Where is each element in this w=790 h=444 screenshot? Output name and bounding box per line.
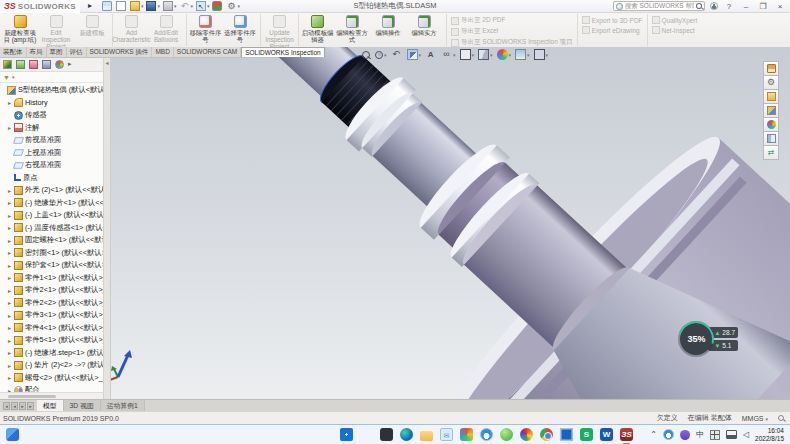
print-icon[interactable]: ▾ bbox=[163, 1, 177, 11]
input-language-indicator[interactable]: 中 bbox=[696, 428, 704, 441]
3d-views-tab[interactable]: 3D 视图 bbox=[64, 400, 101, 411]
help-button[interactable]: ? bbox=[723, 2, 735, 11]
file-explorer-icon[interactable] bbox=[420, 431, 433, 441]
tab-layout[interactable]: 布局 bbox=[27, 47, 47, 57]
tree-item[interactable]: ▸ (-) 绝缘堵.step<1> (默认<<默认> bbox=[0, 347, 103, 360]
tree-item[interactable]: ▸ (-) 绝缘垫片<1> (默认<<默认>_显 bbox=[0, 197, 103, 210]
units-selector[interactable]: MMGS ▾ bbox=[742, 415, 768, 422]
tree-item[interactable]: ▸ 零件2<1> (默认<<默认>_显示状态 bbox=[0, 284, 103, 297]
zoom-to-area-icon[interactable]: ▾ bbox=[375, 51, 387, 59]
tree-item[interactable]: ▸ (-) 温度传感器<1> (默认<<默认>_ bbox=[0, 222, 103, 235]
task-view-icon[interactable] bbox=[380, 428, 393, 441]
featuremanager-tab-icon[interactable] bbox=[3, 60, 12, 69]
widgets-icon[interactable] bbox=[6, 428, 19, 441]
close-button[interactable]: × bbox=[774, 2, 786, 11]
tree-item[interactable]: ▸ History bbox=[0, 97, 103, 110]
file-explorer-icon[interactable] bbox=[763, 89, 779, 104]
restore-button[interactable]: ❐ bbox=[757, 2, 769, 11]
tree-item[interactable]: ▸ 注解 bbox=[0, 122, 103, 135]
appearances-scenes-icon[interactable] bbox=[763, 117, 779, 132]
start-button-icon[interactable] bbox=[340, 428, 353, 441]
select-balloons-button[interactable]: 选择零件序号 bbox=[222, 14, 258, 46]
graphics-area[interactable]: ▾ ↶ ▾ A ∞ ▾ ▾ ▾ bbox=[104, 47, 790, 399]
edit-appearance-icon[interactable]: ▾ bbox=[497, 49, 512, 60]
network-icon[interactable] bbox=[726, 430, 737, 439]
solidworks-logo[interactable]: ЗS SOLIDWORKS bbox=[0, 0, 80, 13]
export-edrawing-item[interactable]: Export eDrawing bbox=[582, 26, 643, 34]
propertymanager-tab-icon[interactable] bbox=[16, 60, 25, 69]
sw-resources-icon[interactable] bbox=[763, 61, 779, 76]
tree-filter[interactable]: ▼ ▾ bbox=[0, 72, 103, 83]
volume-icon[interactable]: ◁ bbox=[743, 428, 749, 441]
export-inspection-project-item[interactable]: 导出至 SOLIDWORKS Inspection 项目 bbox=[451, 38, 573, 47]
photos-icon[interactable] bbox=[460, 428, 473, 441]
tree-item[interactable]: ▸ 零件3<1> (默认<<默认>_显示状态 bbox=[0, 309, 103, 322]
tree-item[interactable]: ▸ 密封圈<1> (默认<<默认>_显示状 bbox=[0, 247, 103, 260]
tab-scroll-buttons[interactable]: ◂◂▸▸ bbox=[0, 400, 37, 411]
tab-mbd[interactable]: MBD bbox=[152, 47, 173, 57]
new-document-icon[interactable] bbox=[116, 1, 127, 11]
tab-assembly[interactable]: 装配体 bbox=[0, 47, 27, 57]
security-shield-icon[interactable] bbox=[680, 430, 690, 440]
tree-item[interactable]: ▸ 外壳 (2)<1> (默认<<默认>_显示状 bbox=[0, 184, 103, 197]
tree-item[interactable]: ▸ 零件4<1> (默认<<默认>_显示状态 bbox=[0, 322, 103, 335]
previous-view-icon[interactable]: ↶ bbox=[391, 49, 403, 60]
tree-item[interactable]: ▸ 保护套<1> (默认<<默认>_显示状 bbox=[0, 259, 103, 272]
new-inspection-project-button[interactable]: 新建检查项目 (amp:纸) bbox=[2, 14, 38, 46]
view-settings-icon[interactable]: ▾ bbox=[534, 49, 549, 60]
tree-item[interactable]: ▸ (-) 垫片 (2)<2> ->? (默认<<默认> bbox=[0, 359, 103, 372]
edit-inspection-project-button[interactable]: Edit Inspection Project bbox=[38, 14, 74, 46]
tree-item[interactable]: 传感器 bbox=[0, 109, 103, 122]
tab-evaluate[interactable]: 评估 bbox=[67, 47, 87, 57]
login-user-icon[interactable] bbox=[710, 2, 718, 10]
view-orientation-icon[interactable]: ▾ bbox=[478, 49, 493, 60]
design-library-icon[interactable]: ⚙ bbox=[763, 75, 779, 90]
tree-item[interactable]: ▸ 零件2<2> (默认<<默认>_显示状态 bbox=[0, 297, 103, 310]
chrome-icon[interactable] bbox=[540, 428, 553, 441]
search-icon[interactable] bbox=[696, 3, 702, 9]
minimize-button[interactable]: – bbox=[740, 2, 752, 11]
open-icon[interactable]: ▾ bbox=[130, 1, 144, 11]
word-icon[interactable]: W bbox=[600, 428, 613, 441]
flyout-arrow-icon[interactable]: ▸ bbox=[88, 1, 99, 11]
green-browser-icon[interactable] bbox=[500, 428, 513, 441]
tree-item[interactable]: ▸ 零件1<1> (默认<<默认>_显示状态 bbox=[0, 272, 103, 285]
sw-forum-icon[interactable]: ⇄ bbox=[763, 145, 779, 160]
qualityxpert-item[interactable]: QualityXpert bbox=[652, 16, 698, 24]
edit-operations-button[interactable]: 编辑操作 bbox=[370, 14, 406, 46]
tab-sketch[interactable]: 草图 bbox=[47, 47, 67, 57]
tree-item[interactable]: 原点 bbox=[0, 172, 103, 185]
solidworks-app-icon[interactable]: ЗS bbox=[620, 428, 633, 441]
tab-sw-addins[interactable]: SOLIDWORKS 插件 bbox=[87, 47, 153, 57]
tree-item[interactable]: 右视基准面 bbox=[0, 159, 103, 172]
panel-horizontal-scrollbar[interactable] bbox=[0, 392, 103, 399]
tree-item[interactable]: ▸ 配合 bbox=[0, 384, 103, 392]
custom-properties-icon[interactable] bbox=[763, 131, 779, 146]
tree-root-assembly[interactable]: S型铂铑热电偶 (默认<默认_显示状态-1 bbox=[0, 84, 103, 97]
dimxpertmanager-tab-icon[interactable] bbox=[42, 60, 51, 69]
new-template-button[interactable]: 新建模板 bbox=[74, 14, 110, 46]
view-palette-icon[interactable] bbox=[763, 103, 779, 118]
zoom-to-fit-icon[interactable] bbox=[362, 51, 371, 59]
motion-study-tab[interactable]: 运动算例1 bbox=[101, 400, 145, 411]
configurationmanager-tab-icon[interactable] bbox=[29, 60, 38, 69]
taskbar-search-icon[interactable] bbox=[360, 428, 373, 441]
onedrive-icon[interactable] bbox=[663, 429, 674, 440]
rebuild-icon[interactable] bbox=[212, 1, 223, 11]
edit-specs-button[interactable]: 编辑实方 bbox=[406, 14, 442, 46]
tree-item[interactable]: 前视基准面 bbox=[0, 134, 103, 147]
tree-item[interactable]: 上视基准面 bbox=[0, 147, 103, 160]
hidden-icons-chevron[interactable]: ⌃ bbox=[650, 428, 657, 441]
panel-tabs-overflow-icon[interactable]: ▸ bbox=[68, 60, 77, 69]
tab-sw-inspection[interactable]: SOLIDWORKS Inspection bbox=[241, 47, 325, 57]
net-inspect-item[interactable]: Net-Inspect bbox=[652, 26, 698, 34]
dynamic-annotation-icon[interactable]: A bbox=[425, 49, 437, 60]
tree-item[interactable]: ▸ 零件5<1> (默认<<默认>_显示状态 bbox=[0, 334, 103, 347]
help-search-input[interactable]: 搜索 SOLIDWORKS 帮助 bbox=[613, 1, 705, 11]
wps-icon[interactable]: S bbox=[580, 428, 593, 441]
launch-template-editor-button[interactable]: 启动模板编辑器 bbox=[298, 14, 334, 46]
hide-show-items-icon[interactable]: ∞ ▾ bbox=[441, 49, 456, 60]
edit-inspection-methods-button[interactable]: 编辑检查方式 bbox=[334, 14, 370, 46]
home-icon[interactable] bbox=[102, 1, 113, 11]
tree-item[interactable]: ▸ (-) 上盖<1> (默认<<默认>_显示状 bbox=[0, 209, 103, 222]
